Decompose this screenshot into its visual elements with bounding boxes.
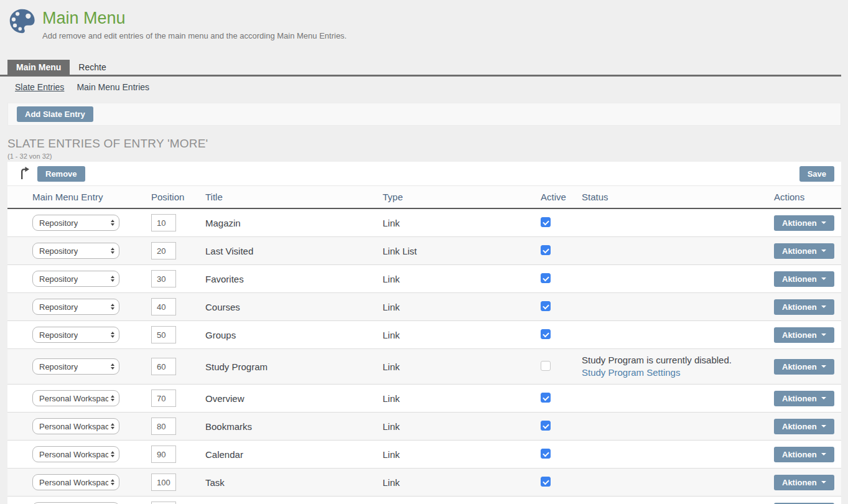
parent-select[interactable]: Personal Workspace — [32, 390, 119, 406]
page-subtitle: Add remove and edit entries of the main … — [42, 31, 347, 40]
parent-select-value: Personal Workspace — [39, 394, 108, 403]
parent-select[interactable]: Personal Workspace — [32, 446, 119, 462]
entry-title: Groups — [205, 330, 236, 340]
active-checkbox[interactable] — [541, 301, 551, 311]
active-checkbox[interactable] — [541, 361, 551, 371]
row-actions-button[interactable]: Aktionen — [774, 327, 834, 343]
parent-select[interactable]: Repository — [32, 327, 119, 343]
row-actions-label: Aktionen — [782, 247, 817, 255]
active-checkbox[interactable] — [541, 245, 551, 255]
row-actions-label: Aktionen — [782, 422, 817, 431]
select-updown-icon — [111, 248, 114, 254]
parent-select-value: Personal Workspace — [39, 450, 108, 459]
page-header: Main Menu Add remove and edit entries of… — [0, 0, 848, 52]
parent-select[interactable]: Repository — [32, 215, 119, 231]
position-input[interactable] — [151, 418, 176, 435]
tab-main-menu[interactable]: Main Menu — [7, 60, 70, 75]
table-body: Repository Magazin Link Aktionen Reposit… — [7, 208, 841, 504]
command-bar: Remove Save — [7, 166, 841, 185]
active-checkbox[interactable] — [541, 329, 551, 339]
parent-select[interactable]: Repository — [32, 299, 119, 315]
select-updown-icon — [111, 363, 114, 370]
position-input[interactable] — [151, 390, 176, 407]
column-header-status: Status — [582, 186, 774, 209]
column-header-position: Position — [151, 186, 205, 209]
parent-select[interactable]: Repository — [32, 358, 119, 375]
entry-type: Link — [383, 421, 400, 432]
select-updown-icon — [111, 423, 114, 429]
row-actions-button[interactable]: Aktionen — [774, 271, 834, 287]
select-updown-icon — [111, 395, 114, 401]
parent-select-value: Repository — [39, 218, 78, 228]
caret-down-icon — [821, 222, 826, 224]
select-updown-icon — [111, 451, 114, 457]
column-header-active: Active — [541, 186, 582, 209]
parent-select[interactable]: Personal Workspace — [32, 418, 119, 434]
entry-title: Task — [205, 477, 225, 488]
parent-select[interactable]: Repository — [32, 243, 119, 259]
parent-select[interactable]: Personal Workspace — [32, 474, 119, 490]
tab-rechte[interactable]: Rechte — [70, 60, 114, 75]
entry-type: Link — [383, 477, 400, 488]
active-checkbox[interactable] — [541, 477, 551, 487]
section-title: SLATE ENTRIES OF ENTRY 'MORE' — [7, 137, 848, 151]
position-input[interactable] — [151, 242, 176, 259]
active-checkbox[interactable] — [541, 421, 551, 431]
toolbar: Add Slate Entry — [7, 103, 841, 126]
position-input[interactable] — [151, 358, 176, 375]
table-row: Repository Favorites Link Aktionen — [7, 265, 841, 293]
table-container: Remove Save Main Menu Entry Position Tit… — [7, 162, 841, 504]
position-input[interactable] — [151, 214, 176, 231]
entry-title: Overview — [205, 393, 245, 404]
select-updown-icon — [111, 220, 114, 226]
table-row: Personal Workspace Calendar Link Aktione… — [7, 441, 841, 469]
subtab-bar: Slate Entries Main Menu Entries — [15, 82, 848, 92]
active-checkbox[interactable] — [541, 273, 551, 283]
active-checkbox[interactable] — [541, 449, 551, 459]
row-actions-button[interactable]: Aktionen — [774, 447, 834, 462]
position-input[interactable] — [151, 270, 176, 287]
position-input[interactable] — [151, 298, 176, 315]
position-input[interactable] — [151, 502, 176, 504]
remove-button[interactable]: Remove — [37, 166, 85, 182]
add-slate-entry-button[interactable]: Add Slate Entry — [17, 106, 93, 122]
caret-down-icon — [821, 306, 826, 308]
row-actions-button[interactable]: Aktionen — [774, 215, 834, 231]
status-link[interactable]: Study Program Settings — [582, 366, 680, 379]
row-actions-button[interactable]: Aktionen — [774, 243, 834, 259]
row-actions-button[interactable]: Aktionen — [774, 299, 834, 315]
slate-entries-table: Main Menu Entry Position Title Type Acti… — [7, 185, 841, 504]
caret-down-icon — [821, 481, 826, 483]
entry-title: Magazin — [205, 218, 241, 228]
subtab-slate-entries[interactable]: Slate Entries — [15, 82, 64, 92]
row-actions-button[interactable]: Aktionen — [774, 475, 834, 490]
row-actions-label: Aktionen — [782, 275, 817, 283]
entry-type: Link — [383, 302, 400, 312]
position-input[interactable] — [151, 326, 176, 343]
select-updown-icon — [111, 276, 114, 282]
entry-title: Calendar — [205, 449, 243, 460]
subtab-main-menu-entries[interactable]: Main Menu Entries — [77, 82, 149, 92]
save-button[interactable]: Save — [799, 166, 834, 182]
parent-select-value: Repository — [39, 274, 78, 284]
row-actions-button[interactable]: Aktionen — [774, 359, 834, 375]
table-row: Repository Courses Link Aktionen — [7, 293, 841, 321]
parent-select-value: Repository — [39, 362, 78, 371]
palette-icon — [8, 7, 35, 35]
row-actions-label: Aktionen — [782, 450, 817, 459]
column-header-actions: Actions — [774, 186, 841, 209]
caret-down-icon — [821, 397, 826, 399]
status-text: Study Program is currently disabled. — [582, 354, 774, 366]
active-checkbox[interactable] — [541, 217, 551, 227]
entry-title: Study Program — [205, 362, 268, 372]
parent-select[interactable]: Repository — [32, 271, 119, 287]
entry-type: Link — [383, 330, 400, 340]
parent-select-value: Repository — [39, 330, 78, 340]
row-actions-button[interactable]: Aktionen — [774, 391, 834, 406]
active-checkbox[interactable] — [541, 393, 551, 403]
parent-select-value: Personal Workspace — [39, 422, 108, 431]
row-actions-label: Aktionen — [782, 478, 817, 487]
position-input[interactable] — [151, 446, 176, 463]
row-actions-button[interactable]: Aktionen — [774, 419, 834, 434]
position-input[interactable] — [151, 474, 176, 491]
